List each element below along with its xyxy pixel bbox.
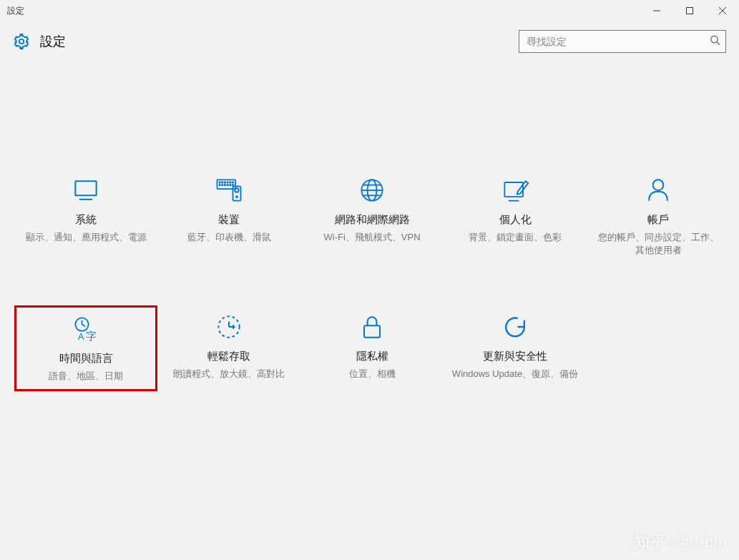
- tile-desc: Windows Update、復原、備份: [448, 368, 582, 380]
- tile-network[interactable]: 網路和網際網路 Wi-Fi、飛航模式、VPN: [300, 169, 444, 262]
- window-title: 設定: [6, 5, 24, 17]
- tile-title: 個人化: [499, 213, 532, 227]
- tile-ease-of-access[interactable]: 輕鬆存取 朗讀程式、放大鏡、高對比: [157, 305, 300, 390]
- tile-title: 帳戶: [647, 213, 669, 227]
- search-input[interactable]: [519, 30, 726, 53]
- privacy-icon: [356, 311, 388, 343]
- settings-grid: 系統 顯示、通知、應用程式、電源 裝置 藍牙、印表機、滑鼠: [14, 169, 725, 391]
- svg-line-35: [82, 325, 86, 327]
- watermark: 知乎 @robin: [634, 531, 728, 553]
- update-security-icon: [499, 311, 531, 343]
- time-language-icon: A 字: [70, 313, 102, 345]
- svg-text:字: 字: [86, 330, 97, 342]
- tile-desc: 背景、鎖定畫面、色彩: [464, 231, 566, 244]
- tile-desc: 您的帳戶、同步設定、工作、其他使用者: [589, 231, 727, 257]
- tile-devices[interactable]: 裝置 藍牙、印表機、滑鼠: [157, 169, 300, 262]
- svg-point-20: [230, 185, 230, 185]
- svg-point-18: [225, 185, 225, 185]
- search-box: [519, 30, 726, 53]
- titlebar: 設定: [0, 0, 739, 21]
- svg-point-10: [219, 182, 220, 182]
- tile-time-language[interactable]: A 字 時間與語言 語音、地區、日期: [14, 305, 157, 390]
- svg-text:A: A: [78, 331, 84, 342]
- tile-desc: 位置、相機: [345, 368, 400, 380]
- svg-point-32: [653, 180, 664, 190]
- tile-desc: 朗讀程式、放大鏡、高對比: [169, 368, 289, 380]
- personalization-icon: [499, 175, 531, 206]
- tile-desc: 藍牙、印表機、滑鼠: [183, 231, 275, 244]
- tile-privacy[interactable]: 隱私權 位置、相機: [300, 305, 444, 390]
- tile-title: 更新與安全性: [483, 350, 547, 363]
- tile-desc: 顯示、通知、應用程式、電源: [21, 231, 151, 244]
- svg-point-13: [227, 182, 227, 182]
- svg-point-23: [235, 188, 239, 192]
- settings-grid-container: 系統 顯示、通知、應用程式、電源 裝置 藍牙、印表機、滑鼠: [0, 62, 739, 391]
- maximize-button[interactable]: [673, 0, 706, 21]
- network-icon: [356, 175, 388, 206]
- header: 設定: [0, 21, 739, 62]
- tile-accounts[interactable]: 帳戶 您的帳戶、同步設定、工作、其他使用者: [587, 169, 730, 262]
- zhihu-logo: 知乎: [634, 531, 667, 553]
- watermark-user: @robin: [672, 533, 728, 551]
- system-icon: [70, 175, 102, 206]
- close-button[interactable]: [706, 0, 739, 21]
- tile-update-security[interactable]: 更新與安全性 Windows Update、復原、備份: [444, 305, 587, 390]
- svg-point-15: [233, 182, 233, 182]
- svg-point-14: [230, 182, 230, 182]
- svg-point-19: [227, 185, 227, 185]
- tile-title: 裝置: [218, 213, 240, 227]
- svg-point-16: [219, 185, 220, 185]
- devices-icon: [213, 175, 245, 206]
- tile-title: 隱私權: [356, 350, 388, 363]
- svg-rect-40: [364, 326, 380, 338]
- window-controls: [640, 0, 739, 21]
- svg-point-12: [225, 182, 225, 182]
- svg-point-21: [233, 185, 233, 185]
- svg-rect-30: [504, 182, 523, 197]
- svg-point-24: [236, 196, 238, 197]
- tile-title: 網路和網際網路: [335, 213, 410, 227]
- tile-title: 輕鬆存取: [207, 350, 250, 363]
- svg-point-17: [222, 185, 222, 185]
- tile-desc: Wi-Fi、飛航模式、VPN: [319, 231, 424, 244]
- svg-rect-7: [75, 181, 96, 195]
- svg-point-11: [222, 182, 222, 182]
- svg-rect-1: [687, 8, 693, 14]
- tile-title: 時間與語言: [59, 352, 113, 365]
- ease-of-access-icon: [213, 311, 245, 343]
- svg-point-4: [19, 39, 24, 44]
- accounts-icon: [642, 175, 674, 206]
- minimize-button[interactable]: [640, 0, 673, 21]
- page-title: 設定: [40, 33, 66, 50]
- tile-personalization[interactable]: 個人化 背景、鎖定畫面、色彩: [444, 169, 587, 262]
- gear-icon: [13, 33, 30, 50]
- tile-title: 系統: [75, 213, 97, 227]
- tile-system[interactable]: 系統 顯示、通知、應用程式、電源: [14, 169, 157, 262]
- tile-desc: 語音、地區、日期: [44, 370, 127, 383]
